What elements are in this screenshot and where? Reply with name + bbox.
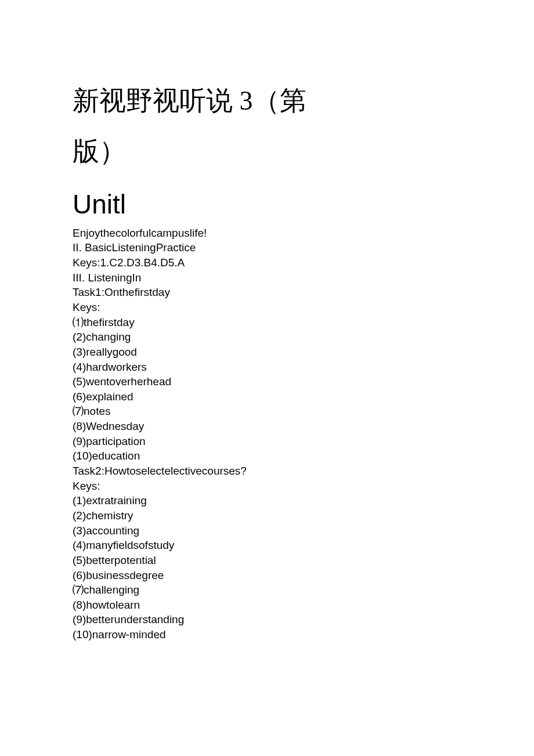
item-number: ⑴ <box>73 316 84 328</box>
list-item: (6)explained <box>73 389 461 404</box>
item-number: ⑺ <box>73 405 84 417</box>
list-item: (2)chemistry <box>73 508 461 523</box>
list-item: (4)hardworkers <box>73 360 461 375</box>
list-item: (8)howtolearn <box>73 598 461 613</box>
item-number: (3) <box>73 525 86 537</box>
item-number: (8) <box>73 599 86 611</box>
title-line-1: 新视野视听说 3（第 <box>73 86 306 115</box>
item-number: (8) <box>73 420 86 432</box>
document-main-title: 新视野视听说 3（第 版） <box>73 75 461 177</box>
item-text: education <box>92 450 140 462</box>
item-text: accounting <box>86 525 139 537</box>
item-number: (2) <box>73 331 86 343</box>
unit-title: Unitl <box>73 189 461 220</box>
item-number: (4) <box>73 539 86 551</box>
list-item: (9)betterunderstanding <box>73 612 461 627</box>
item-number: ⑺ <box>73 584 84 596</box>
item-text: thefirstday <box>84 316 135 328</box>
content-block-2: Task2:Howtoselectelectivecourses? Keys: <box>73 464 461 493</box>
list-item: (5)betterpotential <box>73 553 461 568</box>
item-text: extratraining <box>86 494 147 507</box>
item-text: Wednesday <box>86 420 144 432</box>
item-text: hardworkers <box>86 361 147 373</box>
item-text: howtolearn <box>86 599 140 611</box>
list-item: (3)reallygood <box>73 345 461 360</box>
list-item: (6)businessdegree <box>73 568 461 583</box>
item-number: (4) <box>73 361 86 373</box>
item-number: (6) <box>73 390 86 403</box>
content-line: Enjoythecolorfulcampuslife! <box>73 226 461 241</box>
item-text: wentoverherhead <box>86 375 171 388</box>
content-line: Task2:Howtoselectelectivecourses? <box>73 464 461 479</box>
list-item: ⑺notes <box>73 404 461 419</box>
item-number: (10) <box>73 450 92 462</box>
item-text: betterpotential <box>86 554 156 566</box>
item-text: chemistry <box>86 509 133 522</box>
content-line: Keys: <box>73 300 461 315</box>
item-text: notes <box>84 405 110 417</box>
content-line: III. ListeningIn <box>73 270 461 285</box>
item-number: (9) <box>73 613 86 625</box>
item-text: explained <box>86 390 133 403</box>
item-number: (3) <box>73 346 86 358</box>
item-text: participation <box>86 435 145 447</box>
answer-list-2: (1)extratraining (2)chemistry (3)account… <box>73 493 461 642</box>
list-item: (5)wentoverherhead <box>73 374 461 389</box>
content-line: Keys:1.C2.D3.B4.D5.A <box>73 255 461 270</box>
item-text: narrow-minded <box>92 628 166 641</box>
item-number: (9) <box>73 435 86 447</box>
item-number: (10) <box>73 628 92 641</box>
content-line: II. BasicListeningPractice <box>73 240 461 255</box>
list-item: (9)participation <box>73 434 461 449</box>
item-text: challenging <box>84 584 139 596</box>
list-item: (3)accounting <box>73 523 461 538</box>
list-item: (10)narrow-minded <box>73 627 461 642</box>
item-number: (5) <box>73 554 86 566</box>
item-text: reallygood <box>86 346 137 358</box>
list-item: ⑺challenging <box>73 583 461 598</box>
answer-list-1: ⑴thefirstday (2)changing (3)reallygood (… <box>73 315 461 464</box>
content-block-1: Enjoythecolorfulcampuslife! II. BasicLis… <box>73 226 461 315</box>
content-line: Keys: <box>73 479 461 494</box>
item-number: (2) <box>73 509 86 522</box>
item-text: manyfieldsofstudy <box>86 539 174 551</box>
item-text: changing <box>86 331 131 343</box>
list-item: (1)extratraining <box>73 493 461 508</box>
item-number: (1) <box>73 494 86 507</box>
list-item: (8)Wednesday <box>73 419 461 434</box>
content-line: Task1:Onthefirstday <box>73 285 461 300</box>
item-number: (6) <box>73 569 86 581</box>
list-item: (10)education <box>73 448 461 464</box>
item-text: businessdegree <box>86 569 164 581</box>
list-item: (2)changing <box>73 330 461 345</box>
item-text: betterunderstanding <box>86 613 184 625</box>
list-item: ⑴thefirstday <box>73 315 461 330</box>
title-line-2: 版） <box>73 136 126 166</box>
item-number: (5) <box>73 375 86 388</box>
list-item: (4)manyfieldsofstudy <box>73 538 461 553</box>
